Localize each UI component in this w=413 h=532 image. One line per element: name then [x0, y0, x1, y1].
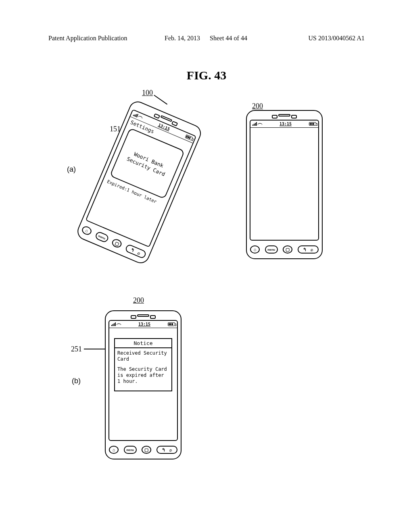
back-icon: ↰ — [303, 247, 307, 252]
square-icon: ▢ — [114, 240, 120, 247]
ref-251: 251 — [71, 345, 82, 353]
home-icon: ⌂ — [85, 228, 89, 233]
status-time: 13:15 — [138, 322, 150, 326]
stop-button[interactable]: ▢ — [283, 245, 292, 254]
signal-icon — [133, 112, 138, 118]
stop-button[interactable]: ▢ — [111, 238, 123, 249]
leader-251 — [84, 349, 107, 349]
home-icon: ⌂ — [254, 247, 257, 252]
search-icon: ⌕ — [169, 447, 172, 452]
back-icon: ↰ — [130, 247, 135, 253]
hw-buttons: ⌂ menu ▢ ↰ ⌕ — [109, 444, 177, 455]
notice-line-1: Received Security Card — [117, 350, 169, 362]
square-icon: ▢ — [144, 447, 148, 453]
menu-label: menu — [267, 248, 275, 251]
signal-icon — [252, 122, 257, 126]
status-time: 13:15 — [280, 122, 292, 126]
phone-200-b: 13:15 Notice Received Security Card The … — [105, 310, 181, 459]
earpiece-icon — [160, 115, 172, 122]
phone-100-screen: 13:15 Settings Woori Bank Security Card … — [86, 109, 197, 247]
document-number: US 2013/0040562 A1 — [308, 35, 365, 42]
home-button[interactable]: ⌂ — [81, 225, 93, 236]
wifi-icon — [138, 115, 143, 119]
leader-100 — [154, 95, 168, 104]
status-bar: 13:15 — [250, 121, 318, 128]
back-search-button[interactable]: ↰ ⌕ — [156, 446, 177, 454]
phone-200-a-screen: 13:15 — [250, 120, 319, 241]
wifi-icon — [258, 123, 262, 125]
hw-buttons: ⌂ menu ▢ ↰ ⌕ — [250, 244, 319, 255]
panel-b-label: (b) — [72, 377, 81, 385]
notice-card: Notice Received Security Card The Securi… — [114, 338, 172, 391]
earpiece-icon — [137, 314, 149, 317]
back-icon: ↰ — [162, 447, 165, 453]
publication-label: Patent Application Publication — [48, 35, 127, 42]
wifi-icon — [117, 323, 121, 326]
battery-icon — [309, 122, 316, 126]
ref-200-b: 200 — [133, 296, 144, 305]
stop-button[interactable]: ▢ — [142, 446, 151, 454]
search-icon: ⌕ — [311, 247, 313, 252]
phone-200-b-screen: 13:15 Notice Received Security Card The … — [108, 320, 178, 441]
back-search-button[interactable]: ↰ ⌕ — [125, 243, 147, 259]
notice-line-2: The Security Card is expired after 1 hou… — [117, 366, 169, 384]
ref-200-a: 200 — [252, 102, 263, 110]
ref-100: 100 — [142, 89, 153, 97]
notice-body: Received Security Card The Security Card… — [115, 348, 171, 391]
menu-label: menu — [126, 449, 134, 451]
blank-screen-body — [250, 128, 318, 240]
sheet-number: Sheet 44 of 44 — [210, 35, 247, 42]
home-icon: ⌂ — [113, 447, 115, 452]
menu-button[interactable]: menu — [124, 446, 137, 454]
home-button[interactable]: ⌂ — [109, 446, 119, 454]
panel-a-label: (a) — [67, 165, 76, 174]
status-bar: 13:15 — [109, 321, 177, 328]
battery-icon — [168, 322, 175, 326]
earpiece-icon — [278, 114, 290, 116]
home-button[interactable]: ⌂ — [250, 245, 260, 254]
signal-icon — [111, 322, 116, 326]
back-search-button[interactable]: ↰ ⌕ — [298, 245, 319, 254]
publication-date: Feb. 14, 2013 — [165, 35, 200, 42]
battery-icon — [185, 135, 193, 141]
menu-label: menu — [98, 234, 106, 240]
phone-200-a: 13:15 ⌂ menu ▢ ↰ ⌕ — [246, 110, 323, 259]
menu-button[interactable]: menu — [94, 231, 109, 243]
search-icon: ⌕ — [137, 250, 142, 256]
menu-button[interactable]: menu — [265, 245, 278, 254]
square-icon: ▢ — [286, 247, 290, 252]
notice-title: Notice — [115, 339, 171, 348]
figure-title: FIG. 43 — [0, 69, 413, 82]
phone-100: 13:15 Settings Woori Bank Security Card … — [75, 99, 203, 266]
